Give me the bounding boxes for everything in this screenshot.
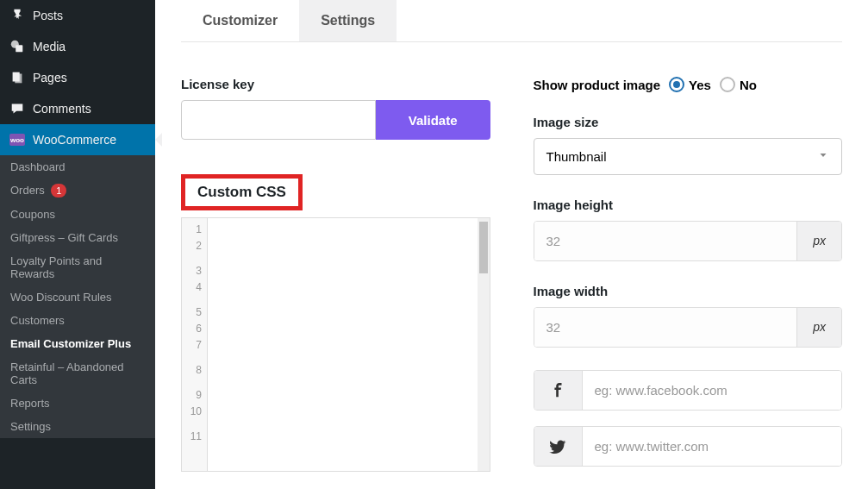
image-size-label: Image size bbox=[534, 115, 843, 129]
radio-checked-icon bbox=[669, 77, 684, 92]
sidebar-sub-settings[interactable]: Settings bbox=[0, 415, 155, 438]
tab-settings[interactable]: Settings bbox=[299, 0, 397, 41]
image-height-input[interactable] bbox=[534, 222, 797, 260]
tab-customizer[interactable]: Customizer bbox=[181, 0, 299, 41]
validate-button[interactable]: Validate bbox=[376, 100, 490, 140]
license-key-input[interactable] bbox=[181, 100, 376, 140]
unit-px: px bbox=[796, 222, 841, 260]
image-size-select[interactable]: Thumbnail bbox=[534, 138, 843, 175]
editor-scrollbar[interactable] bbox=[478, 218, 490, 471]
license-key-label: License key bbox=[181, 77, 490, 91]
facebook-icon bbox=[534, 371, 583, 410]
woocommerce-icon: woo bbox=[9, 131, 26, 148]
sidebar-item-posts[interactable]: Posts bbox=[0, 0, 155, 31]
image-height-block: Image height px bbox=[534, 197, 843, 261]
twitter-icon bbox=[534, 427, 583, 466]
sidebar-sub-customers[interactable]: Customers bbox=[0, 309, 155, 332]
sidebar-sub-reports[interactable]: Reports bbox=[0, 392, 155, 415]
twitter-input-wrap bbox=[534, 426, 843, 467]
twitter-input[interactable] bbox=[583, 427, 842, 466]
show-product-image-row: Show product image Yes No bbox=[534, 77, 843, 92]
sidebar-sub-dashboard[interactable]: Dashboard bbox=[0, 155, 155, 179]
facebook-input[interactable] bbox=[583, 371, 842, 410]
right-column: Show product image Yes No Image size Thu… bbox=[534, 77, 843, 482]
custom-css-label: Custom CSS bbox=[197, 184, 286, 200]
facebook-input-wrap bbox=[534, 370, 843, 411]
radio-yes[interactable]: Yes bbox=[669, 77, 711, 92]
left-column: License key Validate Custom CSS 1 2 3 4 … bbox=[181, 77, 490, 482]
sidebar-sub-orders[interactable]: Orders 1 bbox=[0, 179, 155, 203]
admin-sidebar: Posts Media Pages Comments woo WooCommer… bbox=[0, 0, 155, 489]
editor-content[interactable] bbox=[208, 218, 478, 471]
main-content: Customizer Settings License key Validate… bbox=[155, 0, 868, 489]
svg-rect-3 bbox=[15, 74, 22, 84]
sidebar-sub-email-customizer-plus[interactable]: Email Customizer Plus bbox=[0, 332, 155, 355]
custom-css-highlight: Custom CSS bbox=[181, 174, 303, 210]
sidebar-sub-loyalty[interactable]: Loyalty Points and Rewards bbox=[0, 249, 155, 285]
image-width-block: Image width px bbox=[534, 284, 843, 348]
sidebar-item-comments[interactable]: Comments bbox=[0, 93, 155, 124]
settings-panel: License key Validate Custom CSS 1 2 3 4 … bbox=[181, 42, 842, 482]
orders-badge: 1 bbox=[51, 184, 66, 197]
sidebar-sub-retainful[interactable]: Retainful – Abandoned Carts bbox=[0, 355, 155, 392]
active-arrow-icon bbox=[155, 133, 162, 147]
chevron-down-icon bbox=[817, 149, 829, 164]
image-width-input-wrap: px bbox=[534, 307, 843, 348]
svg-rect-1 bbox=[16, 45, 22, 52]
radio-unchecked-icon bbox=[720, 77, 735, 92]
image-size-value: Thumbnail bbox=[546, 149, 607, 164]
sidebar-sub-giftpress[interactable]: Giftpress – Gift Cards bbox=[0, 226, 155, 249]
image-height-input-wrap: px bbox=[534, 221, 843, 261]
image-size-block: Image size Thumbnail bbox=[534, 115, 843, 175]
sidebar-item-woocommerce[interactable]: woo WooCommerce bbox=[0, 124, 155, 155]
radio-no[interactable]: No bbox=[720, 77, 757, 92]
image-width-input[interactable] bbox=[534, 308, 797, 347]
image-width-label: Image width bbox=[534, 284, 843, 298]
sidebar-sub-discount-rules[interactable]: Woo Discount Rules bbox=[0, 285, 155, 309]
page-icon bbox=[9, 69, 26, 86]
show-product-image-label: Show product image bbox=[534, 78, 661, 92]
pin-icon bbox=[9, 7, 26, 24]
image-height-label: Image height bbox=[534, 197, 843, 212]
css-editor[interactable]: 1 2 3 4 5 6 7 8 9 10 11 bbox=[181, 217, 490, 472]
license-row: Validate bbox=[181, 100, 490, 140]
sidebar-item-media[interactable]: Media bbox=[0, 31, 155, 62]
tabs: Customizer Settings bbox=[181, 0, 842, 42]
sidebar-item-pages[interactable]: Pages bbox=[0, 62, 155, 93]
editor-gutter: 1 2 3 4 5 6 7 8 9 10 11 bbox=[182, 218, 208, 471]
media-icon bbox=[9, 38, 26, 55]
unit-px: px bbox=[796, 308, 841, 347]
comment-icon bbox=[9, 100, 26, 117]
sidebar-sub-coupons[interactable]: Coupons bbox=[0, 203, 155, 226]
